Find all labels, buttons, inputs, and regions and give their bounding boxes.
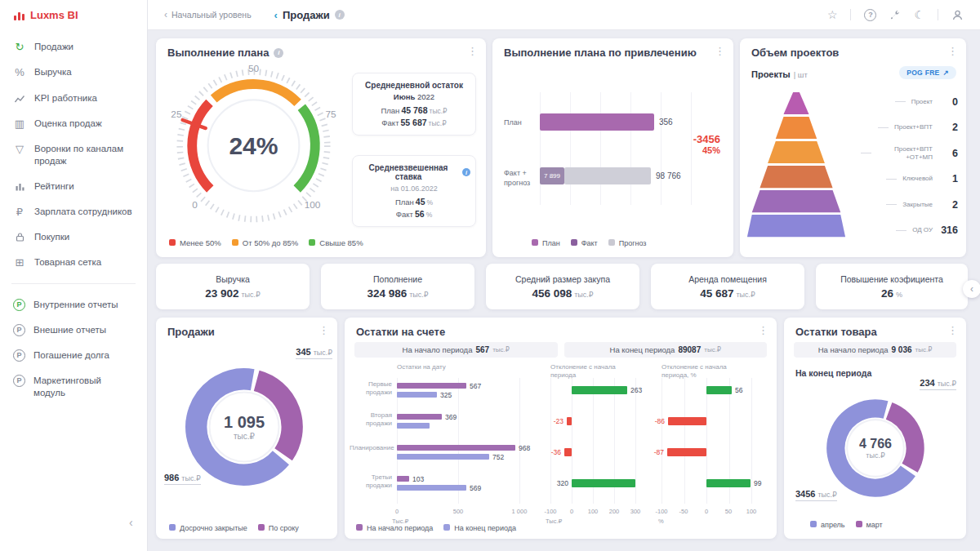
legend-item[interactable]: апрель — [810, 521, 845, 529]
pill-value: 567 — [475, 345, 489, 354]
deviation-pct-bar[interactable] — [706, 479, 751, 487]
ruble-icon: ₽ — [13, 207, 26, 218]
info-icon[interactable]: i — [274, 48, 283, 58]
level-label: Закрытые — [902, 201, 933, 209]
sidebar-item-revenue[interactable]: % Выручка — [0, 60, 147, 85]
bar-period-end[interactable] — [397, 392, 437, 398]
wrench-icon[interactable] — [889, 9, 901, 20]
kpi-card-coefficient[interactable]: Повышение коэфициента 26% — [816, 264, 968, 309]
row-value: 55 687 — [400, 118, 426, 127]
deviation-bar[interactable] — [572, 386, 627, 394]
funnel-level[interactable]: Проект+ВПТ +ОТ+МП6 — [850, 140, 958, 167]
section-label: На конец периода — [795, 368, 871, 378]
user-icon[interactable] — [951, 9, 964, 21]
kebab-menu-icon[interactable]: ⋮ — [318, 324, 329, 336]
legend-item[interactable]: От 50% до 85% — [232, 238, 299, 247]
pog-fre-link[interactable]: POG FRE↗ — [899, 66, 956, 79]
kpi-card-replenishment[interactable]: Пополнение 324 986тыс.₽ — [321, 264, 474, 309]
sidebar-item-purchases[interactable]: Покупки — [0, 224, 147, 250]
kebab-menu-icon[interactable]: ⋮ — [947, 45, 958, 57]
bar-period-end[interactable] — [397, 423, 430, 429]
sidebar-item-sales-assessment[interactable]: ▥ Оценка продаж — [0, 111, 147, 136]
bar-period-start[interactable] — [397, 445, 515, 451]
pill-unit: тыс.₽ — [492, 346, 510, 353]
projects-funnel-chart[interactable] — [745, 89, 848, 243]
fact-bar[interactable]: 7 899 — [540, 167, 564, 184]
sidebar-item-salary[interactable]: ₽ Зарплата сотрудников — [0, 199, 147, 224]
kebab-menu-icon[interactable]: ⋮ — [715, 45, 725, 57]
bar-period-start[interactable] — [397, 476, 409, 482]
kpi-card-avg-purchase[interactable]: Средний размер закупа 456 098тыс.₽ — [486, 264, 639, 309]
legend-item[interactable]: Досрочно закрытые — [169, 524, 247, 532]
forecast-bar[interactable] — [564, 167, 651, 184]
legend-item[interactable]: На конец периода — [443, 524, 516, 532]
legend-item[interactable]: План — [532, 239, 560, 247]
legend-item[interactable]: март — [856, 521, 883, 529]
bar-period-end[interactable] — [397, 454, 489, 460]
bar-period-start[interactable] — [397, 414, 442, 420]
info-icon[interactable]: i — [462, 168, 470, 176]
card-title: Выполнение плана по привлечению — [504, 47, 697, 59]
kebab-menu-icon[interactable]: ⋮ — [758, 324, 768, 336]
plan-gauge-chart[interactable]: 24% 0 25 50 75 100 — [166, 61, 341, 234]
sidebar-item-product-grid[interactable]: ⊞ Товарная сетка — [0, 250, 147, 275]
kpi-value: 23 902тыс.₽ — [205, 287, 261, 300]
sidebar-item-funnels[interactable]: ▽ Воронки по каналам продаж — [0, 136, 147, 174]
legend-swatch — [356, 524, 363, 531]
bar-period-end[interactable] — [397, 485, 466, 491]
bar-period-start[interactable] — [397, 383, 466, 389]
scroll-left-chevron[interactable]: ‹ — [963, 280, 980, 298]
level-value: 1 — [938, 173, 958, 184]
kebab-menu-icon[interactable]: ⋮ — [947, 324, 958, 336]
deviation-pct-bar[interactable] — [667, 448, 706, 456]
callout-bottom: 3456тыс.₽ — [795, 489, 837, 501]
axis-tick: -100 — [655, 508, 667, 515]
funnel-level[interactable]: ОД ОУ316 — [850, 218, 958, 244]
funnel-level[interactable]: Ключевой1 — [850, 167, 958, 193]
legend-item[interactable]: Прогноз — [608, 239, 647, 247]
kebab-menu-icon[interactable]: ⋮ — [467, 45, 478, 57]
info-icon[interactable]: i — [335, 10, 345, 20]
sidebar-item-marketing-module[interactable]: P Маркетинговый модуль — [0, 368, 147, 406]
funnel-level[interactable]: Закрытые2 — [850, 192, 958, 218]
callout-value: 3456 — [795, 489, 815, 499]
kpi-card-revenue[interactable]: Выручка 23 902тыс.₽ — [156, 264, 310, 309]
funnel-level[interactable]: Проект0 — [850, 89, 958, 115]
deviation-pct-bar[interactable] — [706, 386, 732, 394]
deviation-pct-bar[interactable] — [668, 417, 706, 425]
sidebar-item-sales[interactable]: ↻ Продажи — [0, 34, 147, 60]
plan-bar[interactable] — [540, 113, 654, 131]
deviation-bar[interactable] — [567, 417, 572, 425]
category-label: Первые продажи — [350, 380, 392, 397]
funnel-level[interactable]: Проект+ВПТ2 — [850, 115, 958, 141]
kpi-card-rent[interactable]: Аренда помещения 45 687тыс.₽ — [651, 264, 804, 309]
bar-value: 325 — [440, 391, 452, 399]
legend-item[interactable]: Факт — [571, 239, 598, 247]
help-icon[interactable]: ? — [864, 9, 876, 21]
sidebar-item-kpi[interactable]: KPI работника — [0, 86, 147, 111]
legend-swatch — [532, 239, 538, 246]
legend-item[interactable]: Менее 50% — [169, 238, 221, 247]
pill-unit: тыс.₽ — [704, 346, 721, 353]
kpi-number: 324 986 — [367, 287, 407, 300]
axis-tick: 500 — [453, 508, 464, 515]
sidebar-item-internal-reports[interactable]: P Внутренние отчеты — [0, 292, 147, 318]
star-icon[interactable]: ☆ — [827, 8, 838, 21]
level-value: 316 — [938, 224, 958, 236]
breadcrumb-back[interactable]: ‹ Начальный уровень — [164, 9, 252, 20]
card-title: Выполнение плана — [167, 47, 269, 59]
category-label: Планирование — [350, 444, 392, 452]
sidebar-collapse-icon[interactable]: ‹ — [129, 516, 133, 529]
chevron-left-icon[interactable]: ‹ — [274, 9, 278, 21]
card-title: Остатки товара — [795, 326, 877, 338]
deviation-bar[interactable] — [572, 479, 635, 487]
sidebar-item-ratings[interactable]: Рейтинги — [0, 174, 147, 199]
app-logo[interactable]: Luxms BI — [0, 0, 147, 31]
sidebar-item-external-reports[interactable]: P Внешние отчеты — [0, 318, 147, 343]
moon-icon[interactable]: ☾ — [914, 8, 924, 21]
legend-item[interactable]: На начало периода — [356, 524, 433, 532]
legend-item[interactable]: По сроку — [258, 524, 299, 532]
level-value: 6 — [938, 148, 958, 159]
deviation-bar[interactable] — [564, 448, 572, 456]
sidebar-item-debt-repayment[interactable]: P Погашение долга — [0, 343, 147, 368]
